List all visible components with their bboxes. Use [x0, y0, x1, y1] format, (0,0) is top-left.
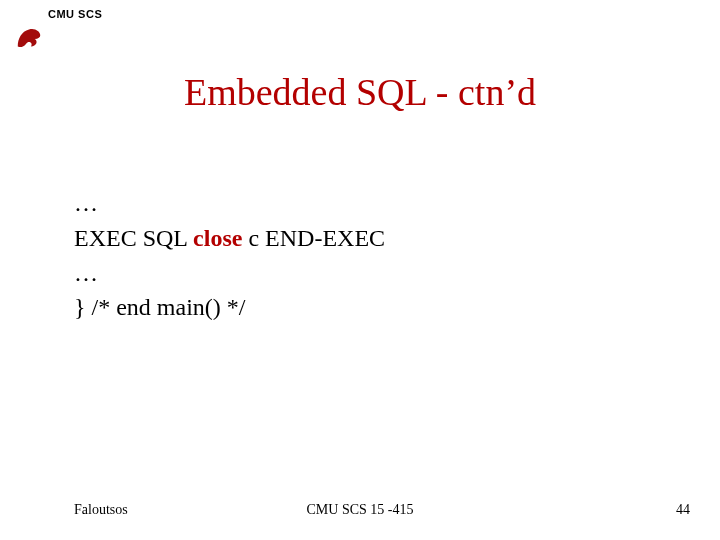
slide-title: Embedded SQL - ctn’d	[0, 70, 720, 114]
footer-course: CMU SCS 15 -415	[0, 502, 720, 518]
code-line: } /* end main() */	[74, 290, 385, 325]
code-line: …	[74, 256, 385, 291]
code-line: …	[74, 186, 385, 221]
code-line: EXEC SQL close c END-EXEC	[74, 221, 385, 256]
dragon-logo-icon	[14, 22, 44, 52]
code-block: … EXEC SQL close c END-EXEC … } /* end m…	[74, 186, 385, 325]
slide-number: 44	[676, 502, 690, 518]
slide-header: CMU SCS	[48, 8, 102, 20]
header-label: CMU SCS	[48, 8, 102, 20]
code-text: EXEC SQL	[74, 225, 193, 251]
keyword: close	[193, 225, 242, 251]
code-text: c END-EXEC	[242, 225, 385, 251]
